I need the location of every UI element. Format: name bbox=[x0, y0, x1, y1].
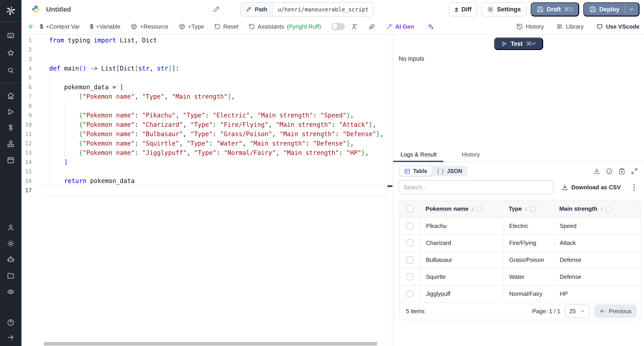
table-cell: Attack bbox=[554, 235, 640, 251]
diff-icon: ± bbox=[454, 6, 458, 13]
line-number: 12 bbox=[22, 139, 35, 148]
view-json-label: JSON bbox=[447, 168, 462, 174]
search-input[interactable] bbox=[399, 180, 554, 194]
path-field[interactable]: Path u/henri/maneuverable_script bbox=[240, 2, 374, 16]
view-table-option[interactable]: Table bbox=[400, 167, 432, 176]
keyboard-icon[interactable] bbox=[7, 32, 14, 39]
download-icon bbox=[562, 184, 568, 191]
table-cell: Squirtle bbox=[420, 269, 503, 285]
column-filter-checkbox[interactable] bbox=[530, 206, 536, 212]
column-label: Main strength bbox=[559, 205, 597, 212]
diff-button[interactable]: ± Diff bbox=[449, 2, 477, 16]
table-cell: Grass/Poison bbox=[503, 252, 554, 268]
user-icon[interactable] bbox=[7, 224, 14, 231]
schedules-calendar-icon[interactable] bbox=[7, 156, 14, 164]
items-count: 5 items bbox=[400, 308, 425, 315]
row-checkbox[interactable] bbox=[406, 239, 414, 246]
assistants-label: Assistants bbox=[258, 23, 284, 30]
audit-eye-icon[interactable] bbox=[7, 288, 14, 296]
help-icon[interactable] bbox=[7, 319, 14, 326]
view-json-option[interactable]: { } JSON bbox=[432, 167, 467, 176]
sort-icon[interactable]: ↕ bbox=[471, 206, 474, 212]
pinwheel-icon bbox=[5, 5, 16, 16]
editor-scrollbar-strip[interactable] bbox=[386, 35, 393, 346]
download-csv-button[interactable]: Download as CSV bbox=[562, 184, 621, 191]
sort-icon[interactable]: ↕ bbox=[524, 206, 528, 212]
row-checkbox[interactable] bbox=[406, 273, 414, 280]
edit-summary-pencil-icon[interactable] bbox=[213, 6, 220, 13]
previous-page-button[interactable]: Previous bbox=[594, 305, 637, 318]
line-number: 13 bbox=[22, 148, 35, 158]
tab-logs-result[interactable]: Logs & Result bbox=[400, 151, 437, 158]
line-number: 7 bbox=[22, 92, 35, 101]
history-button[interactable]: History bbox=[516, 23, 544, 30]
add-context-var-button[interactable]: $ +Context Var bbox=[40, 23, 80, 30]
settings-button[interactable]: Settings bbox=[481, 2, 526, 16]
use-vscode-label: Use VScode bbox=[606, 23, 640, 30]
add-type-button[interactable]: +Type bbox=[179, 23, 204, 30]
add-resource-button[interactable]: +Resource bbox=[130, 23, 168, 30]
library-button[interactable]: Library bbox=[556, 23, 584, 30]
table-menu-kebab[interactable]: ⋮ bbox=[630, 183, 638, 191]
table-header-row: Pokemon name↕Type↕Main strength↕ bbox=[400, 200, 640, 217]
code-editor[interactable]: 1234567891011121314151617 from typing im… bbox=[22, 35, 386, 346]
library-label: Library bbox=[566, 23, 584, 30]
home-icon[interactable] bbox=[7, 92, 14, 100]
table-cell: Speed bbox=[554, 218, 640, 234]
copy-result-clipboard-icon[interactable] bbox=[618, 168, 625, 174]
table-row: JigglypuffNormal/FairyHP bbox=[400, 285, 640, 302]
search-icon[interactable] bbox=[7, 66, 14, 74]
ai-gen-button[interactable]: AI Gen bbox=[386, 23, 414, 30]
sparkles-icon bbox=[427, 23, 434, 30]
multiplayer-toggle[interactable] bbox=[332, 23, 345, 30]
select-all-checkbox[interactable] bbox=[406, 205, 414, 212]
format-brush-button[interactable] bbox=[368, 23, 376, 30]
chevron-down-icon[interactable] bbox=[628, 6, 634, 12]
draft-button[interactable]: Draft ⌘S bbox=[531, 2, 579, 16]
column-filter-checkbox[interactable] bbox=[606, 206, 611, 212]
run-result-panel: Test ⌘↵ No inputs Logs & Result History … bbox=[393, 35, 644, 346]
assistants-button[interactable]: Assistants (Pyright Ruff) bbox=[249, 23, 321, 30]
star-icon[interactable] bbox=[7, 49, 14, 57]
code-line bbox=[49, 45, 384, 54]
expand-fullscreen-icon[interactable] bbox=[631, 168, 638, 174]
expand-arrow-icon[interactable] bbox=[7, 334, 14, 341]
collaborators-button[interactable] bbox=[351, 23, 358, 30]
use-vscode-button[interactable]: Use VScode bbox=[596, 23, 640, 30]
workers-robot-icon[interactable] bbox=[7, 256, 14, 263]
draft-shortcut: ⌘S bbox=[564, 6, 573, 12]
download-icon[interactable] bbox=[594, 168, 600, 174]
sparkles-button[interactable] bbox=[427, 23, 434, 30]
table-body: PikachuElectricSpeedCharizardFire/Flying… bbox=[400, 217, 640, 302]
page-size-select[interactable]: 25 bbox=[565, 305, 590, 318]
info-icon[interactable] bbox=[606, 168, 613, 174]
folder-icon[interactable] bbox=[7, 272, 14, 280]
row-checkbox[interactable] bbox=[406, 256, 414, 263]
arrow-left-icon bbox=[600, 308, 606, 314]
row-checkbox[interactable] bbox=[406, 290, 414, 297]
add-variable-button[interactable]: $ +Variable bbox=[90, 23, 120, 30]
table-row: CharizardFire/FlyingAttack bbox=[400, 234, 640, 251]
resources-boxes-icon[interactable] bbox=[7, 140, 14, 148]
result-table: Pokemon name↕Type↕Main strength↕ Pikachu… bbox=[399, 200, 641, 320]
table-cell: HP bbox=[554, 286, 640, 302]
variables-dollar-icon[interactable] bbox=[7, 124, 14, 132]
main-area: Untitled Path u/henri/maneuverable_scrip… bbox=[22, 0, 644, 346]
sort-icon[interactable]: ↕ bbox=[600, 206, 603, 212]
tab-history[interactable]: History bbox=[462, 151, 480, 158]
test-button[interactable]: Test ⌘↵ bbox=[494, 37, 544, 50]
column-filter-checkbox[interactable] bbox=[477, 206, 482, 212]
settings-label: Settings bbox=[497, 6, 521, 13]
reset-button[interactable]: Reset bbox=[214, 23, 238, 30]
settings-gear-icon[interactable] bbox=[7, 240, 14, 247]
line-number: 15 bbox=[22, 167, 35, 176]
windmill-logo[interactable] bbox=[0, 0, 22, 22]
type-label: +Type bbox=[188, 23, 204, 30]
runs-play-icon[interactable] bbox=[7, 108, 14, 116]
row-checkbox[interactable] bbox=[406, 222, 414, 229]
deploy-button[interactable]: Deploy bbox=[583, 2, 640, 16]
table-row: PikachuElectricSpeed bbox=[400, 217, 640, 234]
code-line: return pokemon_data bbox=[49, 176, 384, 186]
horizontal-scrollbar[interactable] bbox=[44, 342, 377, 346]
content-split: 1234567891011121314151617 from typing im… bbox=[22, 35, 644, 346]
